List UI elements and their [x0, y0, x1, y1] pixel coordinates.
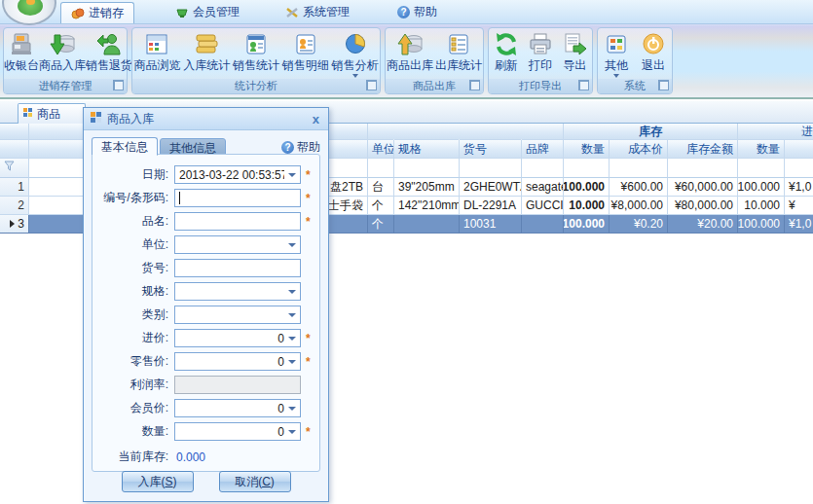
date-combobox[interactable]: 2013-03-22 00:53:57 [174, 165, 301, 184]
column-header-qty[interactable]: 数量 [564, 140, 610, 159]
column-header-cost[interactable]: 成本价 [610, 140, 668, 159]
selected-row-arrow-icon [10, 220, 15, 228]
cell-spec: 142"210mm [394, 197, 460, 215]
cell-amount: ¥20.00 [668, 215, 738, 234]
dialog-launcher-icon[interactable] [658, 80, 669, 90]
stock-in-button[interactable]: 商品入库 [39, 31, 86, 72]
group-label: 统计分析 [132, 79, 380, 93]
dialog-launcher-icon[interactable] [366, 80, 377, 90]
cell-extra: ¥1,0 [785, 215, 813, 234]
quantity-spinner[interactable]: 0 [174, 422, 301, 441]
sales-analysis-button[interactable]: 销售分析 [330, 31, 380, 78]
tab-help[interactable]: ? 帮助 [388, 2, 447, 22]
chevron-down-icon[interactable] [288, 337, 296, 341]
filter-cell[interactable] [738, 159, 785, 178]
filter-cell[interactable] [0, 159, 29, 178]
print-button[interactable]: 打印 [523, 31, 557, 72]
app-orb-button[interactable] [2, 0, 56, 25]
barcode-input[interactable] [174, 189, 301, 207]
filter-cell[interactable] [460, 159, 522, 178]
purchase-price-spinner[interactable]: 0 [174, 329, 301, 347]
button-label: 打印 [529, 58, 552, 72]
current-stock-label: 当前库存: [92, 449, 174, 465]
refresh-icon [493, 31, 520, 57]
stock-in-stats-button[interactable]: 入库统计 [182, 31, 232, 72]
column-header-qty2[interactable]: 数量 [738, 140, 785, 159]
ribbon-group-psi-management: 收银台 商品入库 销售退货 进销存管理 [3, 27, 128, 94]
row-number: 3 [0, 215, 29, 234]
spec-combobox[interactable] [174, 282, 301, 301]
sales-return-button[interactable]: 销售退货 [86, 31, 132, 72]
chevron-down-icon[interactable] [288, 313, 296, 317]
column-header-unit[interactable]: 单位 [368, 140, 394, 159]
cell-qty2: 100.000 [738, 178, 785, 197]
chevron-down-icon[interactable] [288, 430, 296, 434]
member-price-spinner[interactable]: 0 [174, 399, 301, 417]
tab-label: 系统管理 [303, 2, 350, 22]
filter-cell[interactable] [522, 159, 564, 178]
stock-out-button[interactable]: 商品出库 [386, 31, 434, 72]
refresh-button[interactable]: 刷新 [489, 31, 523, 72]
help-icon: ? [397, 6, 410, 18]
product-browse-button[interactable]: 商品浏览 [132, 31, 182, 72]
dialog-launcher-icon[interactable] [578, 80, 589, 90]
filter-cell[interactable] [668, 159, 738, 178]
member-icon [175, 6, 189, 19]
cell-qty: 100.000 [564, 215, 610, 234]
stock-in-confirm-button[interactable]: 入库(S) [122, 471, 194, 492]
tab-basic-info[interactable]: 基本信息 [92, 137, 158, 156]
chevron-down-icon[interactable] [288, 173, 296, 177]
close-icon[interactable]: x [310, 112, 322, 126]
retail-price-spinner[interactable]: 0 [174, 352, 301, 371]
grid-table-icon [143, 31, 170, 57]
sales-detail-button[interactable]: 销售明细 [280, 31, 330, 72]
group-header-blank [0, 124, 29, 140]
button-label: 销售明细 [282, 58, 329, 72]
tab-system-management[interactable]: 系统管理 [276, 2, 359, 22]
spec-label: 规格: [92, 283, 174, 300]
filter-cell[interactable] [368, 159, 394, 178]
chevron-down-icon[interactable] [288, 407, 296, 411]
column-header-amount[interactable]: 库存金额 [668, 140, 738, 159]
cancel-button[interactable]: 取消(C) [219, 471, 291, 492]
dialog-launcher-icon[interactable] [469, 80, 480, 90]
filter-cell[interactable] [785, 159, 813, 178]
unit-combobox[interactable] [174, 235, 301, 254]
filter-cell[interactable] [610, 159, 668, 178]
column-header-extra[interactable] [785, 140, 813, 159]
art-number-input[interactable] [174, 259, 301, 277]
document-tab-products[interactable]: 商品 [18, 103, 86, 124]
column-header-rownum[interactable] [0, 140, 29, 159]
chevron-down-icon[interactable] [288, 360, 296, 364]
cell-cost: ¥0.20 [610, 215, 668, 234]
chevron-down-icon[interactable] [288, 290, 296, 294]
detail-card-icon [292, 31, 319, 57]
tab-purchase-sales-inventory[interactable]: 进销存 [60, 2, 134, 23]
member-price-value: 0 [179, 402, 284, 415]
tab-member-management[interactable]: 会员管理 [166, 2, 249, 22]
cashier-button[interactable]: 收银台 [4, 31, 39, 72]
stock-out-stats-button[interactable]: 出库统计 [434, 31, 483, 72]
product-name-input[interactable] [174, 212, 301, 231]
filter-cell[interactable] [564, 159, 610, 178]
category-label: 类别: [92, 306, 174, 323]
column-header-art[interactable]: 货号 [460, 140, 522, 159]
dialog-launcher-icon[interactable] [113, 80, 124, 90]
sales-stats-button[interactable]: 销售统计 [232, 31, 281, 72]
group-header-blank [460, 124, 522, 140]
button-label: 商品入库 [39, 58, 86, 72]
export-button[interactable]: 导出 [558, 31, 592, 72]
column-header-brand[interactable]: 品牌 [522, 140, 564, 159]
cell-amount: ¥60,000.00 [668, 178, 738, 197]
required-asterisk: * [306, 355, 311, 369]
column-header-spec[interactable]: 规格 [394, 140, 460, 159]
chevron-down-icon[interactable] [288, 243, 296, 247]
cell-extra: ¥1,0 [785, 178, 813, 197]
dialog-title-bar[interactable]: 商品入库 x [84, 108, 328, 130]
button-label: 商品出库 [387, 58, 433, 72]
filter-cell[interactable] [394, 159, 460, 178]
other-button[interactable]: 其他 [598, 31, 635, 78]
category-combobox[interactable] [174, 306, 301, 324]
exit-button[interactable]: 退出 [635, 31, 672, 72]
group-header-blank [368, 124, 394, 140]
